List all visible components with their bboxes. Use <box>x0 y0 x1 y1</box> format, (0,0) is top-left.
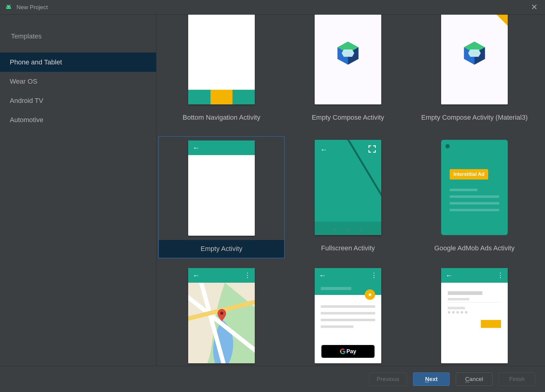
template-maps-activity[interactable]: ← ⋮ <box>158 264 285 363</box>
svg-marker-11 <box>468 49 481 57</box>
back-arrow-icon: ← <box>319 271 326 280</box>
svg-line-2 <box>7 5 8 6</box>
template-label: Empty Compose Activity (Material3) <box>411 109 538 126</box>
sidebar-heading: Templates <box>0 29 156 53</box>
svg-point-0 <box>7 7 8 7</box>
svg-line-3 <box>10 5 11 6</box>
overflow-icon: ⋮ <box>244 274 251 276</box>
template-label: Fullscreen Activity <box>285 239 411 257</box>
template-fullscreen-activity[interactable]: ← Fullscreen Activity <box>285 136 411 258</box>
titlebar: New Project ✕ <box>0 0 545 15</box>
close-icon[interactable]: ✕ <box>529 1 540 13</box>
svg-point-13 <box>220 312 223 315</box>
button-label: Next <box>425 376 437 383</box>
template-admob-activity[interactable]: Interstitial Ad Google AdMob Ads Activit… <box>411 136 538 258</box>
template-empty-compose-m3[interactable]: Empty Compose Activity (Material3) <box>411 15 538 136</box>
new-ribbon <box>492 15 508 30</box>
admob-badge: Interstitial Ad <box>450 169 488 180</box>
template-empty-compose[interactable]: Empty Compose Activity <box>285 15 411 136</box>
svg-marker-7 <box>342 49 354 57</box>
sidebar: Templates Phone and Tablet Wear OS Andro… <box>0 15 156 366</box>
back-arrow-icon: ← <box>192 271 200 280</box>
back-arrow-icon: ← <box>320 145 327 154</box>
template-label: Bottom Navigation Activity <box>158 109 285 126</box>
template-label: Google AdMob Ads Activity <box>411 239 538 257</box>
sidebar-item-android-tv[interactable]: Android TV <box>0 91 156 110</box>
template-bottom-navigation[interactable]: Bottom Navigation Activity <box>158 15 285 136</box>
finish-button[interactable]: Finish <box>499 372 535 386</box>
wizard-footer: Previous Next Cancel Finish <box>0 366 545 392</box>
map-preview <box>188 283 255 363</box>
compose-icon <box>461 40 488 66</box>
previous-button[interactable]: Previous <box>369 372 407 386</box>
templates-panel: Bottom Navigation Activity Empty Compose… <box>156 15 545 366</box>
window-title: New Project <box>16 4 48 11</box>
overflow-icon: ⋮ <box>371 274 377 276</box>
template-label: Empty Compose Activity <box>285 109 411 126</box>
sidebar-item-wear-os[interactable]: Wear OS <box>0 72 156 91</box>
back-arrow-icon: ← <box>192 143 200 152</box>
sidebar-item-label: Wear OS <box>10 78 37 85</box>
sidebar-item-label: Phone and Tablet <box>10 58 62 66</box>
sidebar-item-label: Android TV <box>10 97 43 105</box>
bottom-nav-preview <box>188 90 255 104</box>
star-fab-icon: ★ <box>365 289 375 300</box>
compose-icon <box>335 40 361 66</box>
button-label: Finish <box>509 376 525 383</box>
google-pay-button: Pay <box>321 345 375 358</box>
sidebar-item-label: Automotive <box>10 116 43 124</box>
template-google-pay-activity[interactable]: ←⋮ ★ Pay <box>285 264 411 363</box>
appbar-preview: ← <box>188 140 255 155</box>
back-arrow-icon: ← <box>445 271 453 280</box>
template-primary-detail-activity[interactable]: ←⋮ <box>411 264 538 363</box>
sidebar-item-automotive[interactable]: Automotive <box>0 110 156 129</box>
svg-point-1 <box>9 7 10 7</box>
overflow-icon: ⋮ <box>497 274 503 276</box>
template-label: Empty Activity <box>159 240 284 258</box>
button-label: Previous <box>377 376 399 383</box>
fullscreen-icon <box>368 145 376 154</box>
template-empty-activity[interactable]: ← Empty Activity <box>158 136 285 258</box>
sidebar-item-phone-tablet[interactable]: Phone and Tablet <box>0 53 156 72</box>
android-icon <box>5 4 12 11</box>
gpay-label: Pay <box>346 348 356 355</box>
button-label: Cancel <box>465 376 483 383</box>
cancel-button[interactable]: Cancel <box>456 372 492 386</box>
next-button[interactable]: Next <box>413 372 450 386</box>
